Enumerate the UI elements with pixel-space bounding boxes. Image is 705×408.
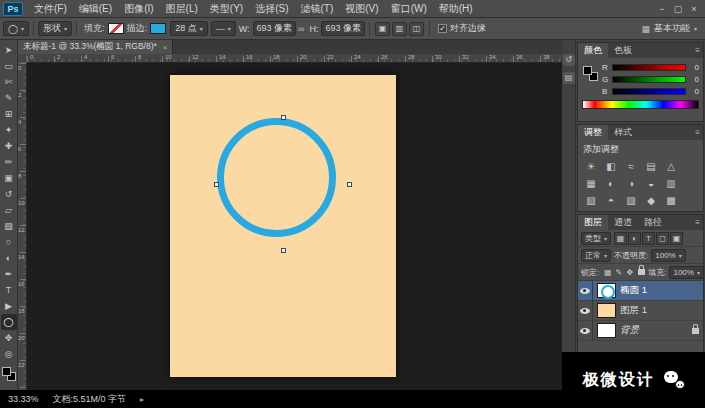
adjustment-hue-saturation-icon[interactable]: ▦	[581, 175, 601, 192]
ruler-top[interactable]: 02468101214161820222426283032343638	[27, 54, 562, 63]
menu-item[interactable]: 图像(I)	[118, 2, 159, 16]
minimize-button[interactable]: −	[655, 4, 669, 14]
adjustment-color-lookup-icon[interactable]: ▧	[581, 192, 601, 209]
quick-selection-tool[interactable]: ✎	[1, 90, 17, 106]
path-selection-tool[interactable]: ▶	[1, 298, 17, 314]
menu-item[interactable]: 图层(L)	[160, 2, 204, 16]
menu-item[interactable]: 文件(F)	[28, 2, 73, 16]
close-icon[interactable]: ×	[163, 43, 168, 52]
status-menu-arrow-icon[interactable]: ▸	[140, 395, 144, 404]
menu-item[interactable]: 类型(Y)	[204, 2, 249, 16]
opacity-control[interactable]: 100% ▾	[651, 249, 685, 262]
panel-menu-icon[interactable]: ≡	[695, 128, 700, 137]
tool-mode-dropdown[interactable]: 形状 ▾	[38, 21, 72, 36]
menu-item[interactable]: 窗口(W)	[385, 2, 433, 16]
fill-opacity-control[interactable]: 100% ▾	[669, 266, 703, 279]
crop-tool[interactable]: ⊞	[1, 106, 17, 122]
dodge-tool[interactable]: ◐	[1, 250, 17, 266]
type-tool[interactable]: T	[1, 282, 17, 298]
color-spectrum-ramp[interactable]	[582, 100, 699, 109]
foreground-color-swatch[interactable]	[583, 66, 592, 75]
align-edges-checkbox[interactable]: ✓	[438, 24, 447, 33]
gradient-tool[interactable]: ▧	[1, 218, 17, 234]
history-brush-tool[interactable]: ↺	[1, 186, 17, 202]
adjustment-threshold-icon[interactable]: ◆	[641, 192, 661, 209]
filter-pixel-layers-icon[interactable]: ▦	[614, 232, 627, 245]
channel-slider[interactable]	[612, 76, 686, 83]
tab-swatches[interactable]: 色板	[608, 43, 638, 58]
layer-visibility-toggle[interactable]	[578, 321, 593, 341]
layer-visibility-toggle[interactable]	[578, 281, 593, 301]
layer-row[interactable]: 背景	[578, 321, 703, 341]
healing-brush-tool[interactable]: ✚	[1, 138, 17, 154]
filter-shape-layers-icon[interactable]: ◻	[656, 232, 669, 245]
menu-item[interactable]: 视图(V)	[339, 2, 384, 16]
menu-item[interactable]: 帮助(H)	[433, 2, 479, 16]
clone-stamp-tool[interactable]: ▣	[1, 170, 17, 186]
adjustment-vibrance-icon[interactable]: △	[661, 158, 681, 175]
properties-panel-icon[interactable]: ▤	[563, 72, 575, 84]
adjustment-gradient-map-icon[interactable]: ▩	[661, 192, 681, 209]
adjustment-black-white-icon[interactable]: ◑	[621, 175, 641, 192]
layer-row[interactable]: 图层 1	[578, 301, 703, 321]
tab-paths[interactable]: 路径	[638, 215, 668, 230]
filter-adjustment-layers-icon[interactable]: ◐	[628, 232, 641, 245]
ruler-left[interactable]: 0246810121416182022	[18, 63, 27, 390]
menu-item[interactable]: 选择(S)	[249, 2, 294, 16]
filter-type-layers-icon[interactable]: T	[642, 232, 655, 245]
eyedropper-tool[interactable]: ✦	[1, 122, 17, 138]
move-tool[interactable]: ➤	[1, 42, 17, 58]
layer-row[interactable]: 椭圆 1	[578, 281, 703, 301]
lock-image-pixels-icon[interactable]: ✎	[613, 267, 624, 278]
zoom-level-field[interactable]: 33.33%	[8, 394, 39, 404]
zoom-tool[interactable]: ◎	[1, 346, 17, 362]
adjustment-posterize-icon[interactable]: ▨	[621, 192, 641, 209]
path-alignment-icon[interactable]: ▥	[392, 22, 407, 36]
shape-width-input[interactable]: 693 像素	[253, 21, 297, 36]
adjustment-curves-icon[interactable]: ≈	[621, 158, 641, 175]
maximize-button[interactable]: ▢	[671, 4, 685, 14]
tab-color[interactable]: 颜色	[578, 43, 608, 58]
blur-tool[interactable]: ○	[1, 234, 17, 250]
layer-visibility-toggle[interactable]	[578, 301, 593, 321]
stroke-swatch[interactable]	[150, 23, 166, 34]
tool-preset-button[interactable]: ◯ ▾	[3, 21, 29, 36]
channel-slider[interactable]	[612, 88, 686, 95]
close-button[interactable]: ×	[687, 4, 701, 14]
fill-swatch[interactable]	[108, 23, 124, 34]
lasso-tool[interactable]: ✄	[1, 74, 17, 90]
panel-menu-icon[interactable]: ≡	[695, 46, 700, 55]
adjustment-channel-mixer-icon[interactable]: ▥	[661, 175, 681, 192]
adjustment-invert-icon[interactable]: ◓	[601, 192, 621, 209]
layer-filter-dropdown[interactable]: 类型 ▾	[581, 232, 611, 245]
channel-slider[interactable]	[612, 64, 686, 71]
stroke-width-dropdown[interactable]: 28 点 ▾	[170, 21, 208, 36]
ellipse-tool[interactable]: ◯	[1, 314, 17, 330]
menu-item[interactable]: 编辑(E)	[73, 2, 118, 16]
lock-all-icon[interactable]	[638, 269, 645, 275]
path-arrange-icon[interactable]: ◫	[409, 22, 424, 36]
history-panel-icon[interactable]: ↺	[563, 54, 575, 66]
document-info[interactable]: 文档:5.51M/0 字节	[53, 393, 127, 406]
tab-styles[interactable]: 样式	[608, 125, 638, 140]
foreground-color-swatch[interactable]	[2, 367, 11, 376]
adjustment-brightness-contrast-icon[interactable]: ☀	[581, 158, 601, 175]
adjustment-exposure-icon[interactable]: ▤	[641, 158, 661, 175]
tab-channels[interactable]: 通道	[608, 215, 638, 230]
eraser-tool[interactable]: ▱	[1, 202, 17, 218]
blend-mode-dropdown[interactable]: 正常 ▾	[581, 249, 611, 262]
combine-shapes-icon[interactable]: ▣	[375, 22, 390, 36]
lock-transparent-pixels-icon[interactable]: ▦	[602, 267, 613, 278]
adjustment-levels-icon[interactable]: ◧	[601, 158, 621, 175]
shape-height-input[interactable]: 693 像素	[321, 21, 365, 36]
tab-layers[interactable]: 图层	[578, 215, 608, 230]
hand-tool[interactable]: ✥	[1, 330, 17, 346]
link-dimensions-icon[interactable]: ∞	[298, 24, 304, 34]
layer-thumbnail[interactable]	[597, 323, 616, 338]
filter-smart-objects-icon[interactable]: ▣	[670, 232, 683, 245]
marquee-tool[interactable]: ▭	[1, 58, 17, 74]
adjustment-photo-filter-icon[interactable]: ◒	[641, 175, 661, 192]
pen-tool[interactable]: ✒	[1, 266, 17, 282]
canvas-area[interactable]	[27, 63, 562, 390]
stroke-style-dropdown[interactable]: — ▾	[211, 21, 236, 36]
